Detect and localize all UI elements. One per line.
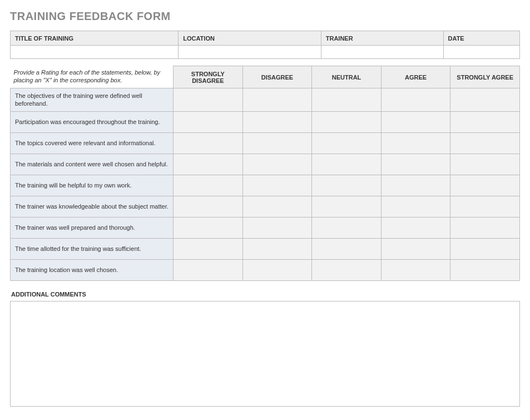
rating-cell[interactable] <box>312 196 382 217</box>
rating-cell[interactable] <box>312 175 382 196</box>
rating-cell[interactable] <box>312 132 382 154</box>
rating-instructions: Provide a Rating for each of the stateme… <box>11 66 174 88</box>
scale-disagree: DISAGREE <box>242 66 312 88</box>
rating-table: Provide a Rating for each of the stateme… <box>10 66 520 281</box>
rating-cell[interactable] <box>450 259 520 280</box>
rating-cell[interactable] <box>312 259 382 280</box>
scale-strongly-disagree: STRONGLY DISAGREE <box>174 66 243 88</box>
rating-cell[interactable] <box>381 217 450 238</box>
rating-cell[interactable] <box>242 88 312 112</box>
rating-cell[interactable] <box>242 259 312 280</box>
rating-cell[interactable] <box>450 238 520 259</box>
rating-cell[interactable] <box>242 132 312 154</box>
scale-strongly-agree: STRONGLY AGREE <box>450 66 520 88</box>
rating-cell[interactable] <box>242 196 312 217</box>
rating-cell[interactable] <box>450 111 520 132</box>
rating-cell[interactable] <box>174 238 243 259</box>
rating-cell[interactable] <box>242 175 312 196</box>
info-value-title[interactable] <box>11 46 179 59</box>
rating-cell[interactable] <box>242 111 312 132</box>
rating-cell[interactable] <box>174 259 243 280</box>
page-title: TRAINING FEEDBACK FORM <box>10 10 520 23</box>
rating-cell[interactable] <box>174 111 243 132</box>
info-header-date: DATE <box>443 31 519 46</box>
rating-cell[interactable] <box>450 88 520 112</box>
comments-label: ADDITIONAL COMMENTS <box>11 291 520 298</box>
rating-cell[interactable] <box>242 238 312 259</box>
rating-cell[interactable] <box>450 175 520 196</box>
rating-cell[interactable] <box>312 88 382 112</box>
info-header-trainer: TRAINER <box>321 31 443 46</box>
statement-cell: The objectives of the training were defi… <box>11 88 174 112</box>
statement-cell: Participation was encouraged throughout … <box>11 111 174 132</box>
rating-cell[interactable] <box>312 154 382 175</box>
rating-cell[interactable] <box>381 132 450 154</box>
rating-cell[interactable] <box>242 217 312 238</box>
rating-cell[interactable] <box>450 132 520 154</box>
info-value-trainer[interactable] <box>321 46 443 59</box>
rating-cell[interactable] <box>174 132 243 154</box>
statement-cell: The training will be helpful to my own w… <box>11 175 174 196</box>
rating-cell[interactable] <box>381 154 450 175</box>
rating-cell[interactable] <box>174 175 243 196</box>
statement-cell: The time allotted for the training was s… <box>11 238 174 259</box>
rating-cell[interactable] <box>242 154 312 175</box>
rating-cell[interactable] <box>450 154 520 175</box>
statement-cell: The trainer was knowledgeable about the … <box>11 196 174 217</box>
rating-cell[interactable] <box>174 196 243 217</box>
scale-agree: AGREE <box>381 66 450 88</box>
scale-neutral: NEUTRAL <box>312 66 382 88</box>
statement-cell: The topics covered were relevant and inf… <box>11 132 174 154</box>
rating-cell[interactable] <box>312 111 382 132</box>
rating-cell[interactable] <box>312 238 382 259</box>
rating-cell[interactable] <box>381 88 450 112</box>
rating-cell[interactable] <box>381 238 450 259</box>
rating-cell[interactable] <box>381 111 450 132</box>
statement-cell: The materials and content were well chos… <box>11 154 174 175</box>
comments-box[interactable] <box>10 301 520 407</box>
rating-cell[interactable] <box>174 154 243 175</box>
info-header-title: TITLE OF TRAINING <box>11 31 179 46</box>
info-value-date[interactable] <box>443 46 519 59</box>
rating-cell[interactable] <box>450 196 520 217</box>
rating-cell[interactable] <box>174 88 243 112</box>
rating-cell[interactable] <box>381 259 450 280</box>
info-header-location: LOCATION <box>179 31 321 46</box>
rating-cell[interactable] <box>450 217 520 238</box>
statement-cell: The training location was well chosen. <box>11 259 174 280</box>
rating-cell[interactable] <box>381 175 450 196</box>
statement-cell: The trainer was well prepared and thorou… <box>11 217 174 238</box>
rating-cell[interactable] <box>312 217 382 238</box>
rating-cell[interactable] <box>174 217 243 238</box>
info-value-location[interactable] <box>179 46 321 59</box>
info-table: TITLE OF TRAINING LOCATION TRAINER DATE <box>10 31 520 59</box>
rating-cell[interactable] <box>381 196 450 217</box>
